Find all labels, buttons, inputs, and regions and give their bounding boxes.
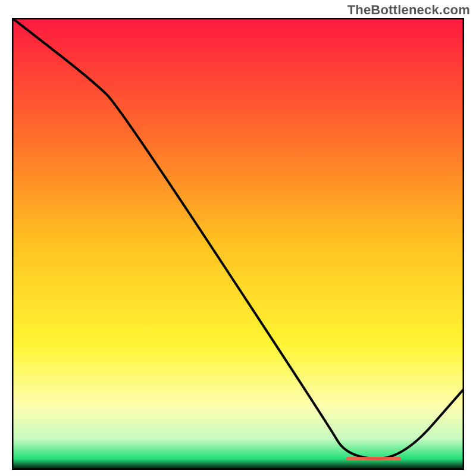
plot-area bbox=[12, 18, 464, 470]
plot-border bbox=[12, 18, 464, 470]
chart-overlay bbox=[12, 18, 464, 470]
curve-line bbox=[12, 18, 464, 459]
chart-stage: TheBottleneck.com bbox=[0, 0, 476, 476]
watermark-label: TheBottleneck.com bbox=[347, 2, 470, 18]
highlight-marker bbox=[346, 457, 400, 461]
